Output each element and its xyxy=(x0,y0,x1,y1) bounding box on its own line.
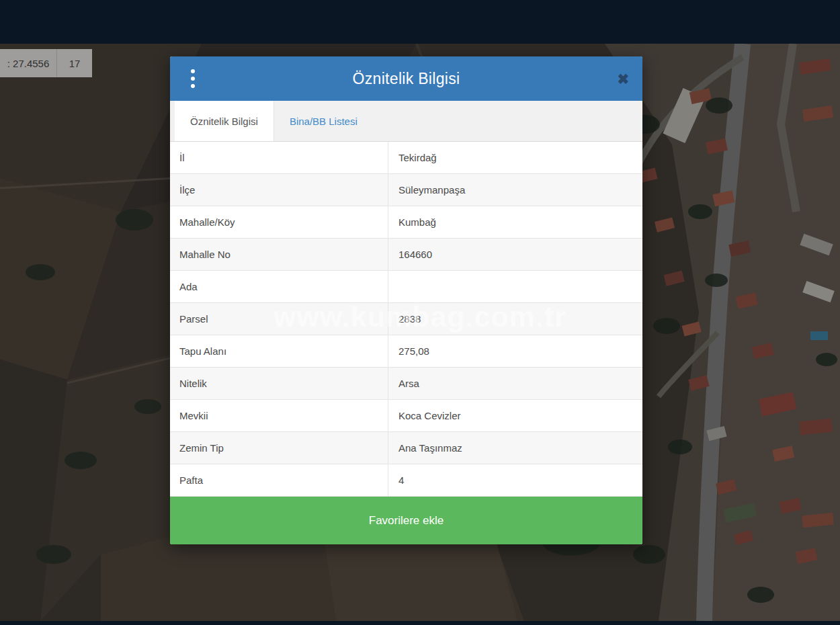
row-value xyxy=(388,271,642,302)
table-row: Zemin Tip Ana Taşınmaz xyxy=(170,432,642,464)
tab-bar: Öznitelik Bilgisi Bina/BB Listesi xyxy=(170,101,642,142)
modal-title: Öznitelik Bilgisi xyxy=(170,70,642,88)
row-value: Ana Taşınmaz xyxy=(388,432,642,464)
row-label: Zemin Tip xyxy=(170,432,388,464)
row-value: Tekirdağ xyxy=(388,142,642,173)
tab-bina-bb-listesi[interactable]: Bina/BB Listesi xyxy=(274,101,373,141)
row-value: Süleymanpaşa xyxy=(388,174,642,206)
table-row: Parsel 2838 xyxy=(170,303,642,335)
row-label: İlçe xyxy=(170,174,388,206)
map-status-bar: : 27.4556 17 xyxy=(0,49,92,77)
table-row: Nitelik Arsa xyxy=(170,368,642,400)
table-row: Ada xyxy=(170,271,642,303)
close-icon[interactable]: ✖ xyxy=(617,72,629,86)
coordinate-readout: : 27.4556 xyxy=(0,49,57,77)
row-value: 4 xyxy=(388,464,642,496)
table-row: İlçe Süleymanpaşa xyxy=(170,174,642,206)
table-row: Mevkii Koca Cevizler xyxy=(170,400,642,432)
add-to-favorites-button[interactable]: Favorilere ekle xyxy=(170,497,642,544)
row-label: Tapu Alanı xyxy=(170,335,388,367)
zoom-level-indicator: 17 xyxy=(57,49,92,77)
table-row: Tapu Alanı 275,08 xyxy=(170,335,642,368)
attribute-table: İl Tekirdağ İlçe Süleymanpaşa Mahalle/Kö… xyxy=(170,142,642,497)
table-row: Pafta 4 xyxy=(170,464,642,497)
top-bar xyxy=(0,0,840,44)
row-label: Mevkii xyxy=(170,400,388,431)
table-row: Mahalle No 164660 xyxy=(170,239,642,271)
row-value: Koca Cevizler xyxy=(388,400,642,431)
bottom-bar xyxy=(0,621,840,625)
row-value: 275,08 xyxy=(388,335,642,367)
row-value: 164660 xyxy=(388,239,642,270)
row-label: İl xyxy=(170,142,388,173)
row-label: Pafta xyxy=(170,464,388,496)
row-label: Ada xyxy=(170,271,388,302)
attribute-info-modal: Öznitelik Bilgisi ✖ Öznitelik Bilgisi Bi… xyxy=(170,56,642,544)
table-row: Mahalle/Köy Kumbağ xyxy=(170,206,642,239)
row-value: Kumbağ xyxy=(388,206,642,238)
row-value: Arsa xyxy=(388,368,642,399)
row-label: Mahalle/Köy xyxy=(170,206,388,238)
row-label: Parsel xyxy=(170,303,388,335)
modal-header: Öznitelik Bilgisi ✖ xyxy=(170,56,642,101)
kebab-menu-icon[interactable] xyxy=(188,67,198,91)
table-row: İl Tekirdağ xyxy=(170,142,642,174)
tab-oznitelik-bilgisi[interactable]: Öznitelik Bilgisi xyxy=(175,101,274,141)
row-label: Nitelik xyxy=(170,368,388,399)
row-value: 2838 xyxy=(388,303,642,335)
row-label: Mahalle No xyxy=(170,239,388,270)
